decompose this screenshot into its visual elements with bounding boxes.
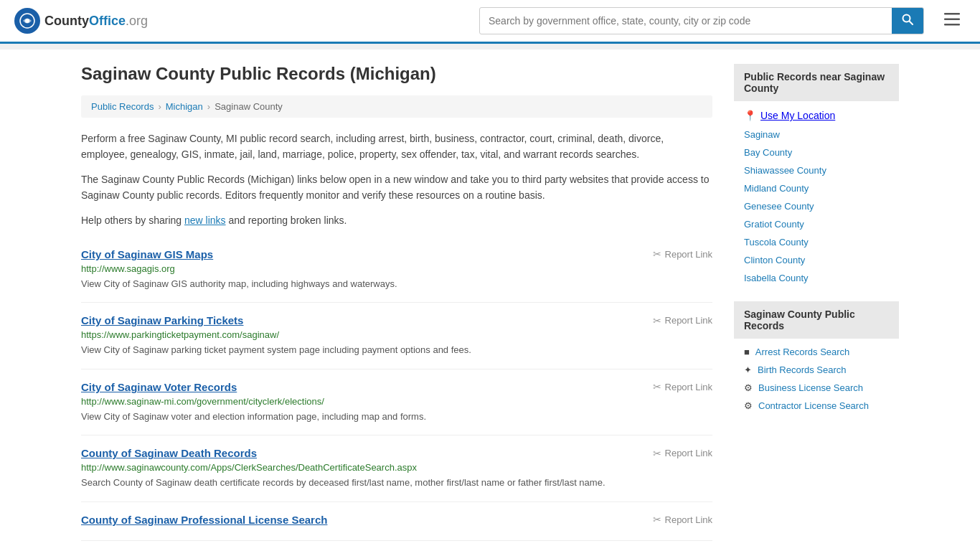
record-title[interactable]: City of Saginaw Parking Tickets bbox=[81, 314, 243, 326]
records-list: City of Saginaw GIS Maps ✂ Report Link h… bbox=[81, 237, 712, 541]
nearby-clinton-county-link[interactable]: Clinton County bbox=[744, 255, 805, 265]
nearby-tuscola-county-link[interactable]: Tuscola County bbox=[744, 237, 809, 248]
sidebar-records-section: Saginaw County Public Records ■ Arrest R… bbox=[734, 301, 899, 415]
record-desc-0: View City of Saginaw GIS authority map, … bbox=[81, 277, 712, 291]
report-link-label-2: Report Link bbox=[665, 382, 712, 392]
nearby-isabella-county-link[interactable]: Isabella County bbox=[744, 273, 809, 283]
sidebar-records-heading: Saginaw County Public Records bbox=[734, 301, 899, 339]
new-links-link[interactable]: new links bbox=[184, 215, 226, 226]
record-header: City of Saginaw Parking Tickets ✂ Report… bbox=[81, 314, 712, 326]
nearby-bay-county-link[interactable]: Bay County bbox=[744, 147, 792, 158]
record-header: County of Saginaw Death Records ✂ Report… bbox=[81, 447, 712, 459]
sidebar-item-saginaw: Saginaw bbox=[734, 126, 899, 143]
description-3-post: and reporting broken links. bbox=[226, 215, 347, 226]
record-title[interactable]: City of Saginaw Voter Records bbox=[81, 381, 237, 393]
report-link-0[interactable]: ✂ Report Link bbox=[653, 248, 712, 260]
description-3-pre: Help others by sharing bbox=[81, 215, 184, 226]
svg-rect-5 bbox=[944, 18, 960, 20]
main-container: Saginaw County Public Records (Michigan)… bbox=[60, 50, 920, 551]
record-item: City of Saginaw GIS Maps ✂ Report Link h… bbox=[81, 237, 712, 303]
record-url-1[interactable]: https://www.parkingticketpayment.com/sag… bbox=[81, 329, 712, 340]
business-license-link[interactable]: Business License Search bbox=[758, 382, 863, 393]
main-content: Saginaw County Public Records (Michigan)… bbox=[81, 64, 712, 541]
business-license-icon: ⚙ bbox=[744, 382, 753, 393]
sidebar-nearby-section: Public Records near Saginaw County 📍 Use… bbox=[734, 64, 899, 287]
record-url-2[interactable]: http://www.saginaw-mi.com/government/cit… bbox=[81, 396, 712, 407]
header: CountyOffice.org bbox=[0, 0, 980, 44]
search-input[interactable] bbox=[480, 9, 892, 32]
logo-text: CountyOffice.org bbox=[44, 14, 148, 29]
sidebar-birth-records: ✦ Birth Records Search bbox=[734, 361, 899, 379]
report-link-2[interactable]: ✂ Report Link bbox=[653, 381, 712, 392]
birth-records-icon: ✦ bbox=[744, 364, 752, 375]
description-3: Help others by sharing new links and rep… bbox=[81, 212, 712, 228]
record-header: County of Saginaw Professional License S… bbox=[81, 514, 712, 526]
sidebar-item-midland-county: Midland County bbox=[734, 179, 899, 197]
record-header: City of Saginaw GIS Maps ✂ Report Link bbox=[81, 248, 712, 260]
sidebar-business-license: ⚙ Business License Search bbox=[734, 379, 899, 397]
nearby-gratiot-county-link[interactable]: Gratiot County bbox=[744, 219, 804, 230]
contractor-license-link[interactable]: Contractor License Search bbox=[758, 400, 869, 411]
record-url-3[interactable]: http://www.saginawcounty.com/Apps/ClerkS… bbox=[81, 462, 712, 473]
report-icon-3: ✂ bbox=[653, 448, 661, 459]
record-header: City of Saginaw Voter Records ✂ Report L… bbox=[81, 381, 712, 393]
sidebar-location-item[interactable]: 📍 Use My Location bbox=[734, 105, 899, 126]
record-url-0[interactable]: http://www.sagagis.org bbox=[81, 263, 712, 274]
top-bar bbox=[0, 44, 980, 50]
record-title[interactable]: County of Saginaw Professional License S… bbox=[81, 514, 327, 526]
sidebar-arrest-records: ■ Arrest Records Search bbox=[734, 343, 899, 361]
logo-icon bbox=[14, 8, 40, 34]
svg-point-1 bbox=[25, 19, 29, 23]
nearby-shiawassee-county-link[interactable]: Shiawassee County bbox=[744, 165, 826, 176]
report-link-label-4: Report Link bbox=[665, 514, 712, 525]
sidebar-item-clinton-county: Clinton County bbox=[734, 251, 899, 269]
report-link-label-3: Report Link bbox=[665, 448, 712, 458]
sidebar-item-gratiot-county: Gratiot County bbox=[734, 215, 899, 233]
report-icon-2: ✂ bbox=[653, 381, 661, 392]
record-title[interactable]: County of Saginaw Death Records bbox=[81, 447, 257, 459]
report-icon-0: ✂ bbox=[653, 248, 661, 260]
logo-link[interactable]: CountyOffice.org bbox=[14, 8, 148, 34]
breadcrumb-michigan[interactable]: Michigan bbox=[166, 101, 203, 112]
breadcrumb-sep-1: › bbox=[158, 101, 161, 112]
breadcrumb: Public Records › Michigan › Saginaw Coun… bbox=[81, 95, 712, 118]
svg-line-3 bbox=[910, 22, 913, 25]
search-button[interactable] bbox=[892, 8, 923, 34]
arrest-records-link[interactable]: Arrest Records Search bbox=[755, 347, 850, 357]
sidebar-contractor-license: ⚙ Contractor License Search bbox=[734, 397, 899, 415]
report-icon-4: ✂ bbox=[653, 514, 661, 525]
description-2: The Saginaw County Public Records (Michi… bbox=[81, 171, 712, 204]
birth-records-link[interactable]: Birth Records Search bbox=[758, 364, 847, 375]
use-my-location-link[interactable]: Use My Location bbox=[760, 110, 835, 121]
record-item: City of Saginaw Voter Records ✂ Report L… bbox=[81, 369, 712, 436]
sidebar-item-bay-county: Bay County bbox=[734, 143, 899, 161]
description-1: Perform a free Saginaw County, MI public… bbox=[81, 131, 712, 163]
record-desc-3: Search County of Saginaw death certifica… bbox=[81, 476, 712, 490]
record-desc-1: View City of Saginaw parking ticket paym… bbox=[81, 343, 712, 357]
sidebar-nearby-heading: Public Records near Saginaw County bbox=[734, 64, 899, 101]
search-area bbox=[479, 7, 924, 34]
arrest-records-icon: ■ bbox=[744, 347, 750, 357]
sidebar-item-isabella-county: Isabella County bbox=[734, 269, 899, 287]
sidebar: Public Records near Saginaw County 📍 Use… bbox=[734, 64, 899, 541]
breadcrumb-saginaw-county: Saginaw County bbox=[215, 101, 283, 112]
nearby-midland-county-link[interactable]: Midland County bbox=[744, 183, 809, 194]
location-pin-icon: 📍 bbox=[744, 110, 756, 121]
sidebar-item-genesee-county: Genesee County bbox=[734, 197, 899, 215]
record-item: County of Saginaw Professional License S… bbox=[81, 502, 712, 541]
breadcrumb-public-records[interactable]: Public Records bbox=[91, 101, 154, 112]
nearby-saginaw-link[interactable]: Saginaw bbox=[744, 129, 780, 140]
report-link-1[interactable]: ✂ Report Link bbox=[653, 315, 712, 326]
svg-rect-6 bbox=[944, 24, 960, 26]
sidebar-item-shiawassee-county: Shiawassee County bbox=[734, 161, 899, 179]
report-link-3[interactable]: ✂ Report Link bbox=[653, 448, 712, 459]
record-title[interactable]: City of Saginaw GIS Maps bbox=[81, 248, 213, 260]
nearby-genesee-county-link[interactable]: Genesee County bbox=[744, 201, 814, 212]
record-item: County of Saginaw Death Records ✂ Report… bbox=[81, 435, 712, 502]
svg-rect-4 bbox=[944, 13, 960, 15]
menu-button[interactable] bbox=[938, 10, 966, 32]
page-title: Saginaw County Public Records (Michigan) bbox=[81, 64, 712, 84]
report-link-4[interactable]: ✂ Report Link bbox=[653, 514, 712, 525]
logo-suffix: Office bbox=[89, 14, 126, 28]
report-link-label-1: Report Link bbox=[665, 315, 712, 326]
